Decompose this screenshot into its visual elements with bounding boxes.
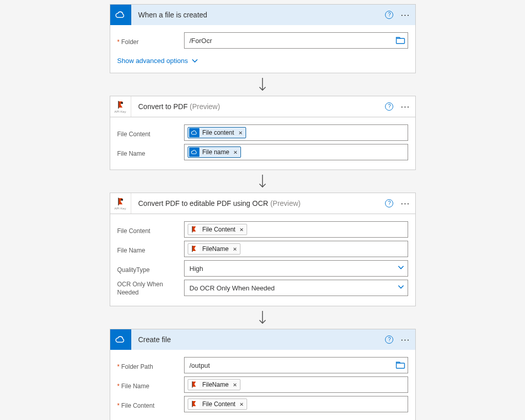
- flow-arrow: [110, 170, 415, 193]
- token-text: File content: [203, 129, 234, 136]
- file-name-input[interactable]: File name ✕: [184, 144, 408, 160]
- remove-token-icon[interactable]: ✕: [238, 227, 244, 233]
- folder-label: Folder: [117, 35, 184, 47]
- ocr-only-label: OCR Only When Needed: [117, 280, 184, 297]
- file-name-input[interactable]: FileName ✕: [184, 376, 408, 393]
- flag-icon: [189, 225, 199, 234]
- show-advanced-label: Show advanced options: [117, 57, 188, 65]
- api-key-connector-icon: API Key: [110, 193, 131, 214]
- card-header[interactable]: API Key Convert PDF to editable PDF usin…: [110, 193, 415, 214]
- preview-suffix: (Preview): [190, 102, 220, 111]
- file-content-label: File Content: [117, 127, 184, 139]
- onedrive-icon: [110, 329, 131, 350]
- flow-arrow: [110, 73, 415, 96]
- folder-picker-icon[interactable]: [395, 36, 406, 45]
- convert-to-pdf-card: API Key Convert to PDF (Preview) ? ··· F…: [110, 96, 416, 170]
- folder-input[interactable]: /ForOcr: [184, 32, 408, 49]
- card-header[interactable]: Create file ? ···: [110, 329, 415, 350]
- folder-path-value: /output: [188, 362, 405, 369]
- chevron-down-icon: [397, 284, 405, 292]
- token-text: FileName: [203, 245, 229, 253]
- api-key-sublabel: API Key: [114, 110, 126, 113]
- file-name-input[interactable]: FileName ✕: [184, 241, 408, 257]
- dynamic-token-file-name[interactable]: FileName ✕: [188, 243, 240, 255]
- remove-token-icon[interactable]: ✕: [237, 130, 243, 136]
- token-text: File name: [203, 149, 230, 156]
- folder-picker-icon[interactable]: [395, 361, 406, 370]
- file-content-input[interactable]: File Content ✕: [184, 221, 408, 238]
- ocr-card: API Key Convert PDF to editable PDF usin…: [110, 193, 416, 306]
- file-content-input[interactable]: File content ✕: [184, 124, 408, 141]
- file-name-label: File Name: [117, 243, 184, 255]
- folder-value: /ForOcr: [188, 37, 405, 45]
- more-menu-button[interactable]: ···: [398, 334, 412, 345]
- help-icon[interactable]: ?: [385, 335, 393, 344]
- file-name-label: File Name: [117, 146, 184, 158]
- ocr-only-select[interactable]: Do OCR Only When Needed: [184, 280, 408, 296]
- folder-path-label: Folder Path: [117, 360, 184, 371]
- quality-select[interactable]: High: [184, 260, 408, 277]
- help-icon[interactable]: ?: [385, 199, 393, 207]
- file-name-label: File Name: [117, 379, 184, 391]
- more-menu-button[interactable]: ···: [398, 198, 412, 209]
- dynamic-token-file-content[interactable]: File content ✕: [188, 127, 246, 138]
- chevron-down-icon: [191, 57, 198, 65]
- api-key-sublabel: API Key: [114, 207, 126, 210]
- remove-token-icon[interactable]: ✕: [238, 402, 244, 407]
- api-key-connector-icon: API Key: [110, 96, 131, 117]
- token-text: FileName: [203, 381, 229, 388]
- token-text: File Content: [203, 401, 236, 408]
- token-text: File Content: [203, 226, 236, 233]
- flag-icon: [189, 244, 199, 254]
- remove-token-icon[interactable]: ✕: [232, 150, 237, 155]
- quality-value: High: [188, 265, 405, 272]
- dynamic-token-file-content[interactable]: File Content ✕: [188, 224, 248, 235]
- onedrive-icon: [189, 148, 199, 157]
- help-icon[interactable]: ?: [385, 102, 393, 111]
- card-title: Create file: [138, 335, 171, 344]
- quality-label: QualityType: [117, 263, 184, 275]
- card-header[interactable]: API Key Convert to PDF (Preview) ? ···: [110, 96, 415, 117]
- chevron-down-icon: [397, 264, 405, 273]
- flag-icon: [189, 380, 199, 389]
- dynamic-token-file-content[interactable]: File Content ✕: [188, 398, 248, 410]
- folder-path-input[interactable]: /output: [184, 357, 408, 373]
- trigger-card: When a file is created ? ··· Folder /For…: [110, 4, 416, 73]
- preview-suffix: (Preview): [270, 199, 300, 207]
- file-content-label: File Content: [117, 224, 184, 236]
- onedrive-icon: [110, 5, 131, 25]
- help-icon[interactable]: ?: [385, 11, 393, 19]
- flow-arrow: [110, 306, 415, 329]
- card-title: When a file is created: [138, 11, 208, 19]
- more-menu-button[interactable]: ···: [398, 10, 412, 20]
- create-file-card: Create file ? ··· Folder Path /output Fi…: [110, 329, 416, 420]
- card-title: Convert PDF to editable PDF using OCR: [138, 199, 269, 207]
- remove-token-icon[interactable]: ✕: [232, 246, 237, 252]
- show-advanced-link[interactable]: Show advanced options: [117, 57, 198, 65]
- ocr-only-value: Do OCR Only When Needed: [188, 284, 405, 292]
- card-title: Convert to PDF: [138, 102, 188, 111]
- card-header[interactable]: When a file is created ? ···: [110, 5, 415, 25]
- file-content-label: File Content: [117, 398, 184, 410]
- flag-icon: [189, 400, 199, 409]
- more-menu-button[interactable]: ···: [398, 101, 412, 112]
- onedrive-icon: [189, 128, 199, 137]
- file-content-input[interactable]: File Content ✕: [184, 396, 408, 412]
- remove-token-icon[interactable]: ✕: [232, 382, 237, 388]
- dynamic-token-file-name[interactable]: FileName ✕: [188, 379, 240, 390]
- dynamic-token-file-name[interactable]: File name ✕: [188, 146, 241, 158]
